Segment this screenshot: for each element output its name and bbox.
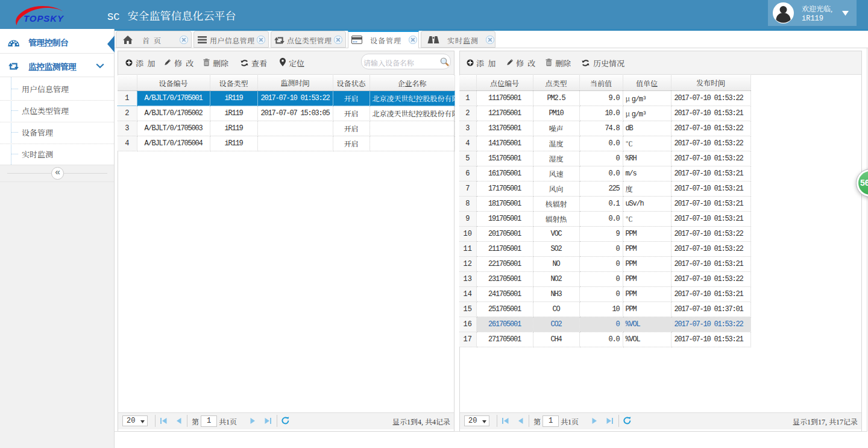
svg-text:TOPSKY: TOPSKY [24,13,64,24]
